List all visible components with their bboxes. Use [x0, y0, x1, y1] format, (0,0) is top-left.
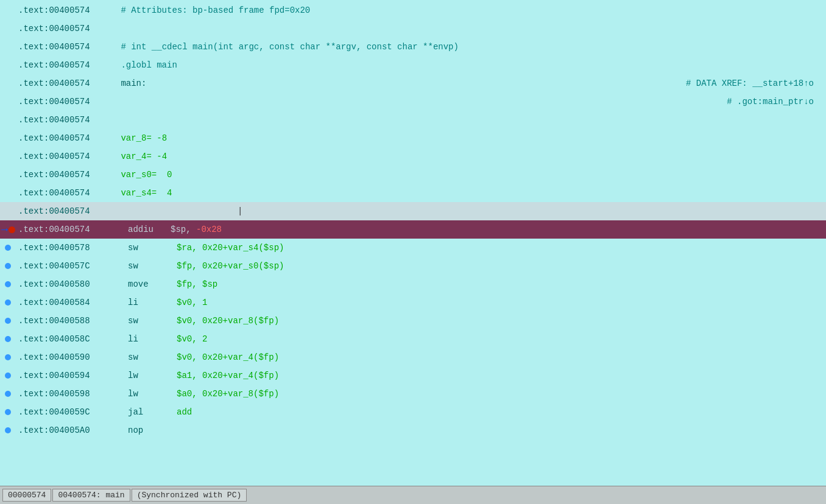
breakpoint-dot	[5, 299, 11, 306]
address: .text:0040057C	[18, 261, 116, 271]
address: .text:00400574	[18, 79, 116, 88]
code-line[interactable]: .text:00400574 var_8= -8	[0, 129, 826, 147]
mnemonic: sw	[128, 352, 177, 362]
breakpoint-dot	[5, 318, 11, 324]
breakpoint-dot	[5, 281, 11, 287]
pc-arrow-icon: →	[1, 223, 8, 236]
operands: $v0, 1	[177, 298, 207, 307]
operands: $a1, 0x20+var_4($fp)	[177, 371, 279, 380]
pc-arrow-container: →	[0, 220, 15, 239]
var-name: var_s4=	[121, 188, 157, 198]
xref-comment2: # .got:main_ptr↓o	[727, 97, 814, 107]
main-container: .text:00400574 # Attributes: bp-based fr…	[0, 0, 826, 504]
code-line[interactable]: .text:00400574 var_4= -4	[0, 147, 826, 166]
cursor-line[interactable]: .text:00400574 |	[0, 202, 826, 220]
address: .text:00400574	[18, 42, 116, 52]
mnemonic: move	[128, 279, 177, 289]
operands: $a0, 0x20+var_8($fp)	[177, 389, 279, 399]
code-line[interactable]: .text:00400580 move $fp, $sp	[0, 275, 826, 293]
mnemonic: li	[128, 334, 177, 344]
mnemonic: sw	[128, 261, 177, 271]
code-line[interactable]: .text:00400574 main: # DATA XREF: __star…	[0, 74, 826, 93]
address: .text:00400574	[18, 24, 116, 33]
operands: $fp, 0x20+var_s0($sp)	[177, 261, 284, 271]
status-offset: 00000574	[2, 489, 51, 502]
address: .text:00400598	[18, 389, 116, 399]
code-line[interactable]: .text:00400574 # Attributes: bp-based fr…	[0, 1, 826, 19]
address: .text:00400578	[18, 243, 116, 253]
mnemonic: sw	[128, 243, 177, 253]
code-line[interactable]: .text:0040058C li $v0, 2	[0, 330, 826, 348]
status-bar: 00000574 00400574: main (Synchronized wi…	[0, 486, 826, 504]
var-name: var_s0=	[121, 170, 157, 180]
mnemonic: li	[128, 298, 177, 307]
directive-text: .globl main	[116, 60, 177, 70]
var-name: var_8=	[121, 133, 151, 143]
code-line[interactable]: .text:00400588 sw $v0, 0x20+var_8($fp)	[0, 312, 826, 330]
red-dot-icon	[9, 226, 15, 233]
address: .text:00400580	[18, 279, 116, 289]
mnemonic: sw	[128, 316, 177, 326]
operands: $v0, 0x20+var_4($fp)	[177, 352, 279, 362]
operands: $v0, 0x20+var_8($fp)	[177, 316, 279, 326]
address: .text:00400574	[18, 225, 116, 234]
code-line[interactable]: .text:00400574	[0, 19, 826, 38]
address: .text:00400574	[18, 170, 116, 180]
code-line[interactable]: .text:00400594 lw $a1, 0x20+var_4($fp)	[0, 366, 826, 385]
address: .text:00400574	[18, 5, 116, 15]
status-address-label: 00400574: main	[52, 489, 130, 502]
address: .text:00400574	[18, 152, 116, 161]
breakpoint-dot	[5, 336, 11, 342]
address: .text:00400574	[18, 60, 116, 70]
label-text: main:	[116, 79, 146, 88]
breakpoint-dot	[5, 245, 11, 251]
code-line[interactable]: .text:00400578 sw $ra, 0x20+var_s4($sp)	[0, 239, 826, 257]
comment-text: # Attributes: bp-based frame fpd=0x20	[116, 5, 310, 15]
address: .text:00400588	[18, 316, 116, 326]
address: .text:00400574	[18, 206, 116, 216]
operands: $ra, 0x20+var_s4($sp)	[177, 243, 284, 253]
code-line[interactable]: .text:00400574 # int __cdecl main(int ar…	[0, 38, 826, 56]
operand-value: -0x28	[196, 225, 222, 234]
address: .text:00400594	[18, 371, 116, 380]
operand-sp: $sp,	[171, 225, 191, 234]
code-line[interactable]: .text:0040059C jal add	[0, 403, 826, 421]
breakpoint-dot	[5, 427, 11, 433]
mnemonic: lw	[128, 389, 177, 399]
var-value: -4	[152, 152, 167, 161]
code-line[interactable]: .text:00400574 var_s4= 4	[0, 184, 826, 202]
operands: add	[177, 407, 192, 417]
code-area[interactable]: .text:00400574 # Attributes: bp-based fr…	[0, 0, 826, 486]
address: .text:00400574	[18, 115, 116, 125]
operands: $fp, $sp	[177, 279, 217, 289]
pc-instruction-line[interactable]: → .text:00400574 addiu $sp, -0x28	[0, 220, 826, 239]
breakpoint-dot	[5, 263, 11, 269]
address: .text:00400574	[18, 188, 116, 198]
var-name: var_4=	[121, 152, 151, 161]
xref-comment: # DATA XREF: __start+18↑o	[686, 79, 814, 88]
code-line[interactable]: .text:00400574 # .got:main_ptr↓o	[0, 93, 826, 111]
comment-text: # int __cdecl main(int argc, const char …	[116, 42, 459, 52]
code-line[interactable]: .text:00400574 .globl main	[0, 56, 826, 74]
breakpoint-dot	[5, 391, 11, 397]
code-line[interactable]: .text:00400574	[0, 111, 826, 129]
code-line[interactable]: .text:004005A0 nop	[0, 421, 826, 439]
code-line[interactable]: .text:0040057C sw $fp, 0x20+var_s0($sp)	[0, 257, 826, 275]
mnemonic: nop	[128, 425, 177, 435]
code-lines: .text:00400574 # Attributes: bp-based fr…	[0, 0, 826, 441]
breakpoint-dot	[5, 354, 11, 360]
code-line[interactable]: .text:00400590 sw $v0, 0x20+var_4($fp)	[0, 348, 826, 366]
var-value: 0	[157, 170, 172, 180]
operands: $v0, 2	[177, 334, 207, 344]
var-value: 4	[157, 188, 172, 198]
code-line[interactable]: .text:00400574 var_s0= 0	[0, 166, 826, 184]
address: .text:00400584	[18, 298, 116, 307]
code-line[interactable]: .text:00400584 li $v0, 1	[0, 293, 826, 312]
address: .text:0040058C	[18, 334, 116, 344]
mnemonic: addiu	[128, 225, 171, 234]
address: .text:00400590	[18, 352, 116, 362]
code-line[interactable]: .text:00400598 lw $a0, 0x20+var_8($fp)	[0, 385, 826, 403]
address: .text:004005A0	[18, 425, 116, 435]
mnemonic: jal	[128, 407, 177, 417]
var-value: -8	[152, 133, 167, 143]
